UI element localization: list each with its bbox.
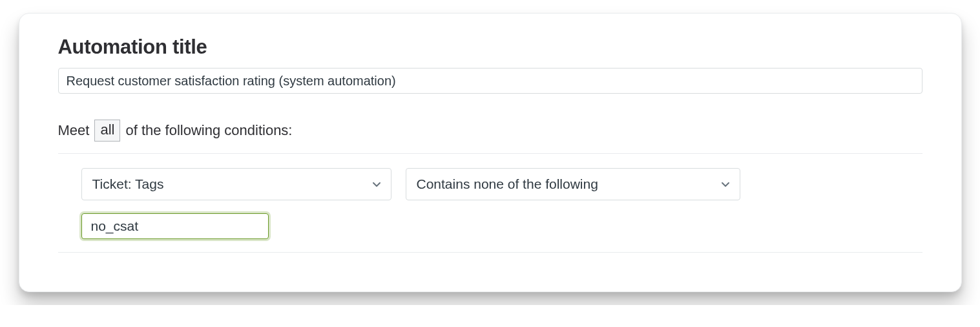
condition-row: Ticket: Tags Contains none of the follow… bbox=[58, 154, 923, 200]
meet-text-after: of the following conditions: bbox=[125, 122, 292, 139]
condition-field-value: Ticket: Tags bbox=[92, 176, 164, 192]
section-heading: Automation title bbox=[58, 36, 923, 59]
condition-field-select[interactable]: Ticket: Tags bbox=[81, 168, 391, 200]
automation-title-input[interactable] bbox=[58, 68, 923, 94]
chevron-down-icon bbox=[371, 179, 382, 189]
meet-text-before: Meet bbox=[58, 122, 90, 139]
automation-editor-card: Automation title Meet all of the followi… bbox=[19, 13, 962, 292]
meet-all-any-selector[interactable]: all bbox=[94, 120, 120, 142]
chevron-down-icon bbox=[720, 179, 731, 189]
tag-text: no_csat bbox=[91, 218, 139, 234]
divider bbox=[58, 252, 923, 253]
condition-operator-value: Contains none of the following bbox=[417, 176, 598, 192]
condition-operator-select[interactable]: Contains none of the following bbox=[406, 168, 740, 200]
conditions-sentence: Meet all of the following conditions: bbox=[58, 120, 923, 142]
tags-value-input[interactable]: no_csat bbox=[81, 213, 269, 239]
condition-value-row: no_csat bbox=[58, 200, 923, 239]
